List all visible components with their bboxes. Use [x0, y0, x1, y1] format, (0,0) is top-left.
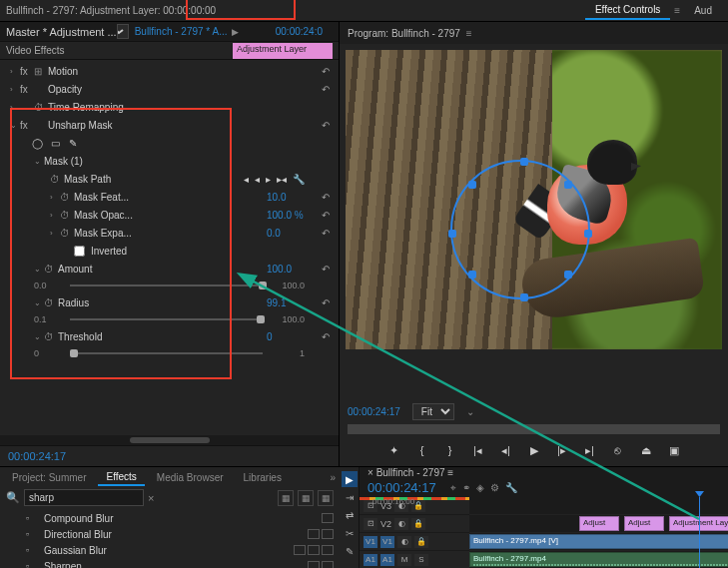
- mask-wrench-icon[interactable]: 🔧: [293, 174, 305, 185]
- timeline-timecode[interactable]: 00:00:24:17: [360, 478, 444, 497]
- tab-audio[interactable]: Aud: [684, 2, 722, 19]
- reset-icon[interactable]: ↶: [317, 331, 335, 342]
- caret-icon[interactable]: ⌄: [34, 265, 44, 274]
- stopwatch-icon[interactable]: ⏱: [44, 297, 58, 308]
- mask-step-fwd-icon[interactable]: ▸◂: [277, 174, 287, 185]
- stopwatch-icon[interactable]: ⏱: [44, 264, 58, 275]
- mark-in-icon[interactable]: {: [412, 442, 432, 458]
- go-to-in-icon[interactable]: |◂: [468, 442, 488, 458]
- caret-icon[interactable]: ›: [50, 229, 60, 238]
- reset-icon[interactable]: ↶: [317, 120, 335, 131]
- lock-icon[interactable]: 🔒: [411, 518, 425, 530]
- accelerated-filter-icon[interactable]: ▦: [278, 490, 294, 506]
- reset-icon[interactable]: ↶: [317, 228, 335, 239]
- 32bit-filter-icon[interactable]: ▦: [298, 490, 314, 506]
- panel-menu-icon[interactable]: ≡: [466, 28, 472, 39]
- clip-audio[interactable]: Bullfinch - 2797.mp4: [469, 552, 728, 567]
- track-select-tool-icon[interactable]: ⇥: [342, 489, 358, 505]
- caret-icon[interactable]: ›: [10, 85, 20, 94]
- source-patch-v1[interactable]: V1: [364, 536, 377, 548]
- target-a1[interactable]: A1: [380, 554, 394, 566]
- mask-feather-value[interactable]: 10.0: [267, 192, 317, 203]
- caret-icon[interactable]: ⌄: [34, 157, 44, 166]
- tab-effect-controls[interactable]: Effect Controls: [585, 1, 670, 20]
- play-icon[interactable]: ▶: [524, 442, 544, 458]
- reset-icon[interactable]: ↶: [317, 84, 335, 95]
- opacity-effect[interactable]: Opacity: [48, 84, 317, 95]
- mark-out-icon[interactable]: }: [440, 442, 460, 458]
- mask-1[interactable]: Mask (1): [44, 156, 335, 167]
- caret-icon[interactable]: ›: [50, 193, 60, 202]
- snap-icon[interactable]: ⌖: [450, 482, 456, 494]
- lift-icon[interactable]: ⎋: [608, 442, 628, 458]
- step-back-icon[interactable]: ◂|: [496, 442, 516, 458]
- tab-libraries[interactable]: Libraries: [236, 470, 290, 485]
- toggle-track-icon[interactable]: ⊡: [364, 518, 377, 530]
- mute-icon[interactable]: ◐: [394, 518, 408, 530]
- pen-tool-icon[interactable]: ✎: [342, 543, 358, 559]
- tab-effects[interactable]: Effects: [98, 469, 144, 486]
- tab-media-browser[interactable]: Media Browser: [149, 470, 232, 485]
- stopwatch-icon[interactable]: ⏱: [60, 192, 74, 203]
- playhead[interactable]: [699, 497, 700, 568]
- mask-shape-overlay[interactable]: [450, 160, 590, 299]
- fx-badge-icon[interactable]: fx: [20, 66, 34, 77]
- settings-icon[interactable]: ⚙: [490, 482, 499, 494]
- wrench-icon[interactable]: 🔧: [505, 482, 517, 494]
- clear-search-icon[interactable]: ×: [148, 492, 154, 504]
- step-forward-icon[interactable]: |▸: [552, 442, 572, 458]
- source-patch-a1[interactable]: A1: [364, 554, 377, 566]
- stopwatch-icon[interactable]: ⏱: [60, 228, 74, 239]
- clip-adjustment-2[interactable]: Adjust: [624, 516, 664, 531]
- threshold-value[interactable]: 0: [267, 331, 317, 342]
- adjustment-layer-bar[interactable]: Adjustment Layer: [233, 43, 333, 59]
- reset-icon[interactable]: ↶: [317, 210, 335, 221]
- effects-search-input[interactable]: [24, 489, 144, 506]
- time-remapping-effect[interactable]: Time Remapping: [48, 102, 335, 113]
- clip-video[interactable]: Bullfinch - 2797.mp4 [V]: [469, 534, 728, 549]
- extract-icon[interactable]: ⏏: [636, 442, 656, 458]
- yuv-filter-icon[interactable]: ▦: [318, 490, 334, 506]
- amount-slider[interactable]: [70, 284, 263, 286]
- reset-icon[interactable]: ↶: [317, 192, 335, 203]
- mask-opacity-value[interactable]: 100.0 %: [267, 210, 317, 221]
- clip-adjustment-1[interactable]: Adjust: [579, 516, 619, 531]
- stopwatch-icon[interactable]: ⏱: [34, 102, 48, 113]
- stopwatch-icon[interactable]: ⏱: [50, 174, 64, 185]
- horizontal-scrollbar[interactable]: [0, 435, 339, 445]
- caret-icon[interactable]: ›: [10, 67, 20, 76]
- effect-directional-blur[interactable]: ▫Directional Blur: [6, 526, 334, 542]
- transform-icon[interactable]: ⊞: [34, 66, 48, 77]
- inverted-checkbox[interactable]: [74, 246, 85, 257]
- track-header-v1[interactable]: V1V1◐🔒: [360, 533, 469, 551]
- effect-gaussian-blur[interactable]: ▫Gaussian Blur: [6, 542, 334, 558]
- unsharp-mask-effect[interactable]: Unsharp Mask: [48, 120, 317, 131]
- track-header-v2[interactable]: ⊡V2◐🔒: [360, 515, 469, 533]
- mute-icon[interactable]: M: [397, 554, 411, 566]
- radius-value[interactable]: 99.1: [267, 297, 317, 308]
- timeline-tracks-area[interactable]: Adjust Adjust Adjustment Layer Bullfinch…: [469, 497, 728, 568]
- add-marker-icon[interactable]: ✦: [384, 442, 404, 458]
- effect-sharpen[interactable]: ▫Sharpen: [6, 558, 334, 568]
- razor-tool-icon[interactable]: ✂: [342, 525, 358, 541]
- fx-badge-icon[interactable]: fx: [20, 120, 34, 131]
- caret-icon[interactable]: ⌄: [10, 121, 20, 130]
- tab-project[interactable]: Project: Summer: [4, 470, 94, 485]
- marker-icon[interactable]: ◈: [476, 482, 484, 494]
- target-v1[interactable]: V1: [380, 536, 394, 548]
- reset-icon[interactable]: ↶: [317, 297, 335, 308]
- panel-timecode[interactable]: 00:00:24:17: [0, 445, 339, 466]
- ripple-tool-icon[interactable]: ⇄: [342, 507, 358, 523]
- rect-mask-icon[interactable]: ▭: [48, 136, 62, 150]
- caret-icon[interactable]: ›: [10, 103, 20, 112]
- amount-value[interactable]: 100.0: [267, 264, 317, 275]
- master-dropdown[interactable]: [117, 24, 129, 39]
- mask-play-icon[interactable]: ▸: [266, 174, 271, 185]
- tab-menu-icon[interactable]: ≡: [670, 5, 684, 16]
- zoom-fit-select[interactable]: Fit: [412, 403, 454, 420]
- ellipse-mask-icon[interactable]: ◯: [30, 136, 44, 150]
- reset-icon[interactable]: ↶: [317, 264, 335, 275]
- mask-prev-kf-icon[interactable]: ◂: [244, 174, 249, 185]
- sequence-tab[interactable]: × Bullfinch - 2797 ≡: [367, 467, 453, 478]
- selection-tool-icon[interactable]: ▶: [342, 471, 358, 487]
